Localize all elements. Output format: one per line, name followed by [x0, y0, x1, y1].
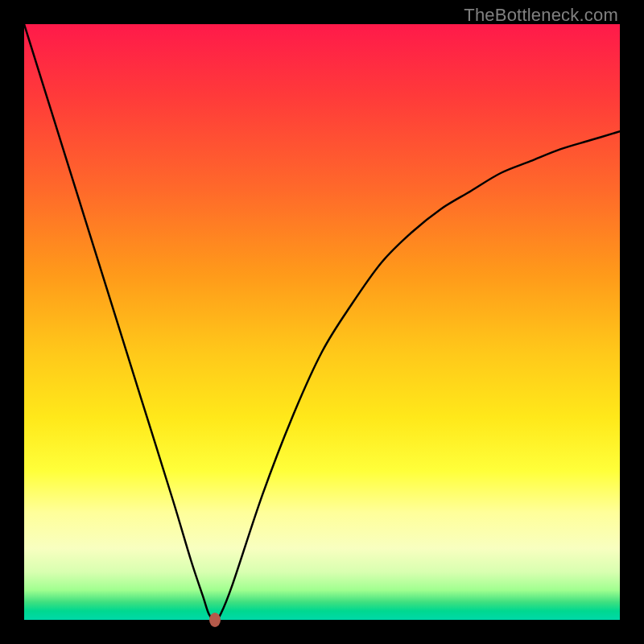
bottleneck-curve [24, 24, 620, 620]
minimum-marker-icon [209, 613, 221, 627]
plot-area [24, 24, 620, 620]
watermark-text: TheBottleneck.com [464, 5, 618, 26]
chart-frame: TheBottleneck.com [0, 0, 644, 644]
curve-path [24, 24, 620, 620]
